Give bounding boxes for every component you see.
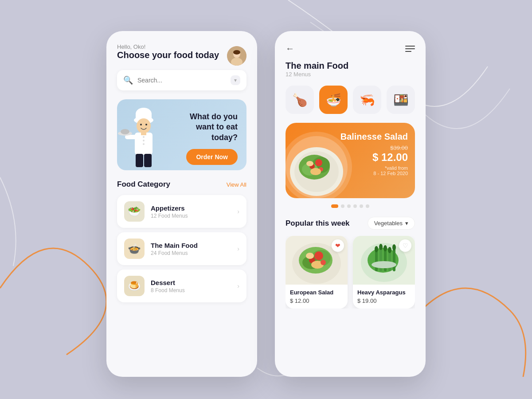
back-button[interactable]: ←: [286, 43, 294, 54]
hero-valid: *valid from8 - 12 Feb 2020: [340, 165, 408, 176]
european-salad-info: European Salad $ 12.00: [286, 285, 348, 309]
heavy-asparagus-info: Heavy Asparagus $ 19.00: [353, 285, 415, 309]
svg-point-20: [121, 129, 129, 134]
search-input[interactable]: [137, 77, 231, 84]
food-card-european-salad[interactable]: ❤ European Salad $ 12.00: [286, 236, 348, 309]
avatar[interactable]: [227, 46, 246, 66]
hero-price: $ 12.00: [340, 151, 408, 164]
filter-label: Vegetables: [374, 220, 403, 227]
european-salad-price: $ 12.00: [290, 297, 343, 304]
svg-point-4: [233, 50, 240, 55]
main-food-arrow: ›: [237, 245, 239, 252]
dessert-arrow: ›: [237, 282, 239, 289]
greeting-text: Hello, Oko!: [117, 43, 219, 50]
svg-point-55: [392, 244, 396, 250]
banner-text: What do you want to eat today? Order Now: [186, 112, 238, 165]
right-subtitle: 12 Menus: [286, 71, 415, 78]
dessert-icon: 🍮: [124, 276, 145, 296]
menu-line-1: [405, 46, 415, 47]
svg-rect-17: [144, 154, 152, 167]
svg-rect-49: [388, 250, 391, 271]
food-icon-bento[interactable]: 🍱: [387, 86, 415, 114]
search-dropdown[interactable]: ▾: [231, 75, 240, 85]
right-title: The main Food: [286, 61, 415, 71]
heavy-asparagus-name: Heavy Asparagus: [357, 289, 411, 296]
svg-point-8: [137, 118, 151, 133]
banner: What do you want to eat today? Order Now: [117, 99, 246, 170]
european-salad-image: ❤: [286, 236, 348, 285]
carousel-dots: [286, 204, 415, 208]
appetizers-name: Appetizers: [151, 204, 237, 212]
svg-rect-50: [393, 247, 395, 271]
main-food-icon: 🍲: [124, 239, 145, 259]
popular-title: Popular this week: [286, 219, 350, 228]
svg-rect-15: [141, 132, 146, 135]
main-food-info: The Main Food 24 Food Menus: [151, 242, 237, 256]
banner-title: What do you want to eat today?: [186, 112, 238, 143]
svg-point-31: [310, 168, 321, 175]
dot-6[interactable]: [366, 204, 369, 208]
dot-3[interactable]: [347, 204, 351, 208]
page-title: Choose your food today: [117, 50, 219, 60]
heavy-asparagus-price: $ 19.00: [357, 297, 411, 304]
greeting-row: Hello, Oko! Choose your food today: [117, 43, 246, 68]
category-item-appetizers[interactable]: 🥗 Appetizers 12 Food Menus ›: [117, 195, 246, 228]
food-icon-shrimp[interactable]: 🦐: [353, 86, 381, 114]
appetizers-icon: 🥗: [124, 201, 145, 222]
svg-rect-46: [375, 249, 378, 271]
chef-illustration: [117, 102, 175, 170]
svg-point-12: [143, 136, 145, 138]
dessert-name: Dessert: [151, 279, 237, 286]
dot-4[interactable]: [353, 204, 357, 208]
appetizers-info: Appetizers 12 Food Menus: [151, 204, 237, 219]
main-food-name: The Main Food: [151, 242, 237, 249]
svg-point-14: [143, 143, 145, 145]
category-item-main-food[interactable]: 🍲 The Main Food 24 Food Menus ›: [117, 232, 246, 265]
svg-point-51: [375, 246, 378, 252]
svg-point-38: [314, 251, 323, 260]
food-icons-row: 🍗 🍜 🦐 🍱: [286, 86, 415, 114]
food-cards-row: ❤ European Salad $ 12.00: [286, 236, 415, 309]
european-salad-heart[interactable]: ❤: [332, 239, 344, 252]
search-bar[interactable]: 🔍 ▾: [117, 70, 246, 90]
hero-card-content: Balinesse Salad $39.00 $ 12.00 *valid fr…: [340, 132, 408, 176]
order-now-button[interactable]: Order Now: [186, 149, 238, 165]
hero-old-price: $39.00: [340, 145, 408, 151]
svg-point-54: [388, 247, 391, 253]
dot-2[interactable]: [341, 204, 344, 208]
svg-point-52: [379, 244, 383, 250]
appetizers-arrow: ›: [237, 208, 239, 215]
food-card-heavy-asparagus[interactable]: ♡ Heavy Asparagus $ 19.00: [353, 236, 415, 309]
heavy-asparagus-heart[interactable]: ♡: [399, 239, 411, 252]
svg-point-56: [372, 261, 396, 268]
dot-5[interactable]: [360, 204, 363, 208]
svg-rect-16: [136, 154, 143, 167]
svg-point-9: [140, 124, 142, 125]
view-all-button[interactable]: View All: [227, 181, 246, 188]
menu-icon[interactable]: [405, 46, 415, 52]
dot-1[interactable]: [331, 204, 338, 208]
european-salad-name: European Salad: [290, 289, 343, 296]
svg-point-32: [306, 161, 313, 166]
right-phone: ← The main Food 12 Menus 🍗 🍜 🦐 🍱: [275, 31, 426, 377]
main-food-count: 24 Food Menus: [151, 250, 237, 256]
dessert-info: Dessert 8 Food Menus: [151, 279, 237, 293]
svg-point-28: [315, 159, 322, 166]
filter-chevron-icon: ▾: [405, 220, 408, 227]
dessert-count: 8 Food Menus: [151, 287, 237, 293]
category-section-title: Food Category: [117, 180, 170, 189]
food-icon-noodle[interactable]: 🍜: [319, 86, 348, 114]
food-icon-chicken[interactable]: 🍗: [286, 86, 314, 114]
svg-point-10: [145, 124, 147, 125]
category-section-header: Food Category View All: [117, 180, 246, 189]
popular-header: Popular this week Vegetables ▾: [286, 217, 415, 230]
hero-food-name: Balinesse Salad: [340, 132, 408, 142]
left-phone: Hello, Oko! Choose your food today 🔍 ▾: [106, 31, 257, 377]
svg-point-41: [306, 253, 314, 259]
menu-line-3: [405, 51, 411, 52]
appetizers-count: 12 Food Menus: [151, 213, 237, 219]
filter-button[interactable]: Vegetables ▾: [368, 217, 415, 230]
category-item-dessert[interactable]: 🍮 Dessert 8 Food Menus ›: [117, 270, 246, 302]
svg-point-42: [321, 260, 326, 265]
hero-card: Balinesse Salad $39.00 $ 12.00 *valid fr…: [286, 123, 415, 198]
